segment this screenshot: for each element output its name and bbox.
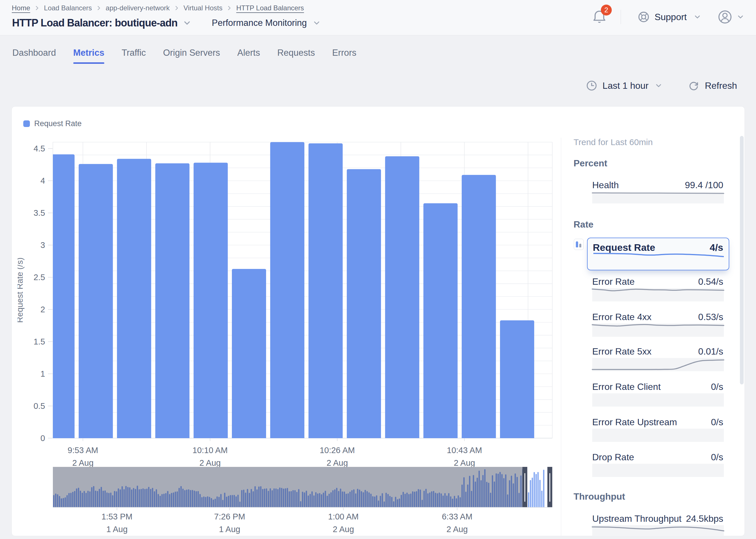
breadcrumb-virtual-hosts[interactable]: Virtual Hosts (184, 4, 223, 12)
time-range-label: Last 1 hour (603, 80, 648, 91)
metric-label-error-rate-4xx[interactable]: Error Rate 4xx (592, 312, 651, 322)
user-chevron-down-icon (736, 13, 745, 21)
metrics-panel: Request Rate 00.511.522.533.544.5Request… (12, 106, 745, 536)
view-selector-chevron-down-icon (312, 18, 321, 28)
metric-label-error-rate[interactable]: Error Rate (592, 276, 635, 287)
notifications-button[interactable]: 2 (592, 8, 607, 26)
metric-value-error-rate-client: 0/s (711, 382, 723, 392)
bar[interactable] (155, 164, 189, 438)
bar[interactable] (270, 142, 304, 438)
sparkline-svg (592, 288, 724, 301)
metric-label-drop-rate[interactable]: Drop Rate (592, 452, 634, 463)
metric-label-upstream-throughput[interactable]: Upstream Throughput (592, 513, 682, 524)
metric-value-error-rate-upstream: 0/s (711, 417, 723, 427)
svg-text:1.5: 1.5 (34, 337, 45, 346)
trend-panel-scrollbar[interactable] (740, 136, 744, 384)
breadcrumb-home[interactable]: Home (12, 4, 30, 12)
svg-text:10:43 AM: 10:43 AM (447, 446, 482, 455)
sparkline-error-rate-upstream (592, 429, 724, 442)
bar[interactable] (232, 269, 266, 438)
svg-text:3: 3 (40, 241, 45, 250)
title-chevron-down-icon[interactable] (182, 18, 192, 28)
refresh-icon (688, 80, 700, 92)
svg-text:6:33 AM: 6:33 AM (442, 512, 472, 521)
chevron-right-icon (96, 5, 102, 11)
breadcrumb-namespace[interactable]: app-delivery-network (106, 4, 170, 12)
time-range-chevron-down-icon (654, 81, 663, 90)
trend-panel: Trend for Last 60min Percent Health 99.4… (561, 107, 744, 536)
svg-text:1:53 PM: 1:53 PM (102, 512, 132, 521)
svg-text:2.5: 2.5 (34, 273, 45, 282)
sparkline-error-rate-5xx (592, 358, 724, 371)
bar[interactable] (79, 164, 113, 438)
user-menu[interactable] (718, 10, 745, 24)
svg-text:7:26 PM: 7:26 PM (214, 512, 245, 521)
chart-svg: 00.511.522.533.544.5Request Rate (/s)9:5… (18, 138, 561, 536)
bar[interactable] (385, 156, 419, 438)
breadcrumb-load-balancers[interactable]: Load Balancers (44, 4, 92, 12)
metric-value-error-rate: 0.54/s (698, 276, 723, 287)
svg-text:2: 2 (40, 305, 45, 314)
metric-label-error-rate-client[interactable]: Error Rate Client (592, 382, 661, 392)
sparkline-svg (592, 358, 724, 371)
svg-text:10:26 AM: 10:26 AM (320, 446, 355, 455)
bar[interactable] (309, 143, 343, 438)
legend-swatch (23, 120, 30, 127)
request-rate-bar-chart[interactable]: 00.511.522.533.544.5Request Rate (/s)9:5… (18, 138, 561, 536)
metric-value-error-rate-5xx: 0.01/s (698, 346, 723, 357)
metric-label-error-rate-upstream[interactable]: Error Rate Upstream (592, 417, 677, 427)
bar-icon-blue (576, 241, 578, 247)
tab-origin-servers[interactable]: Origin Servers (163, 48, 220, 64)
bar[interactable] (423, 203, 458, 438)
tab-alerts[interactable]: Alerts (237, 48, 260, 64)
bar[interactable] (500, 320, 534, 438)
metric-card-request-rate[interactable]: Request Rate 4/s (587, 238, 729, 270)
sparkline-svg (593, 252, 724, 260)
sparkline-svg (592, 192, 724, 203)
svg-text:1: 1 (40, 369, 45, 378)
time-range-dropdown[interactable]: Last 1 hour (586, 80, 663, 91)
svg-text:1 Aug: 1 Aug (106, 525, 127, 534)
metric-value-health: 99.4 /100 (685, 180, 723, 191)
metric-label-request-rate: Request Rate (593, 242, 655, 253)
bar[interactable] (347, 169, 381, 438)
chart-type-icon[interactable] (574, 239, 584, 250)
view-selector-dropdown[interactable]: Performance Monitoring (212, 16, 321, 31)
tab-metrics[interactable]: Metrics (73, 48, 105, 64)
sparkline-error-rate-4xx (592, 324, 724, 337)
tab-errors[interactable]: Errors (332, 48, 356, 64)
svg-text:2 Aug: 2 Aug (333, 525, 354, 534)
metric-label-health[interactable]: Health (592, 180, 619, 191)
bar[interactable] (194, 163, 228, 438)
sparkline-health (592, 192, 724, 203)
chevron-right-icon (34, 5, 40, 11)
svg-text:4.5: 4.5 (34, 144, 45, 153)
breadcrumb-http-load-balancers[interactable]: HTTP Load Balancers (236, 4, 304, 12)
chevron-right-icon (226, 5, 232, 11)
tab-requests[interactable]: Requests (277, 48, 315, 64)
support-label: Support (654, 12, 687, 23)
metric-label-error-rate-5xx[interactable]: Error Rate 5xx (592, 346, 651, 357)
header-actions: 2 Support (592, 7, 745, 27)
bar[interactable] (462, 175, 496, 438)
clock-icon (586, 80, 597, 91)
sparkline-upstream-throughput (592, 525, 724, 536)
chevron-right-icon (174, 5, 180, 11)
controls-row: Last 1 hour Refresh (586, 80, 737, 92)
refresh-label: Refresh (705, 80, 737, 91)
bar[interactable] (117, 159, 151, 438)
refresh-button[interactable]: Refresh (688, 80, 737, 92)
tab-dashboard[interactable]: Dashboard (12, 48, 56, 64)
tab-traffic[interactable]: Traffic (121, 48, 146, 64)
svg-text:3.5: 3.5 (34, 208, 45, 217)
svg-text:2 Aug: 2 Aug (327, 458, 348, 467)
metric-value-drop-rate: 0/s (711, 452, 723, 463)
chart-legend[interactable]: Request Rate (23, 119, 82, 128)
user-avatar-icon (718, 10, 732, 24)
svg-text:4: 4 (40, 176, 45, 185)
support-menu[interactable]: Support (638, 11, 702, 23)
bar[interactable] (40, 154, 75, 438)
svg-text:2 Aug: 2 Aug (454, 458, 475, 467)
metric-value-upstream-throughput: 24.5kbps (686, 513, 723, 524)
svg-text:1 Aug: 1 Aug (219, 525, 240, 534)
